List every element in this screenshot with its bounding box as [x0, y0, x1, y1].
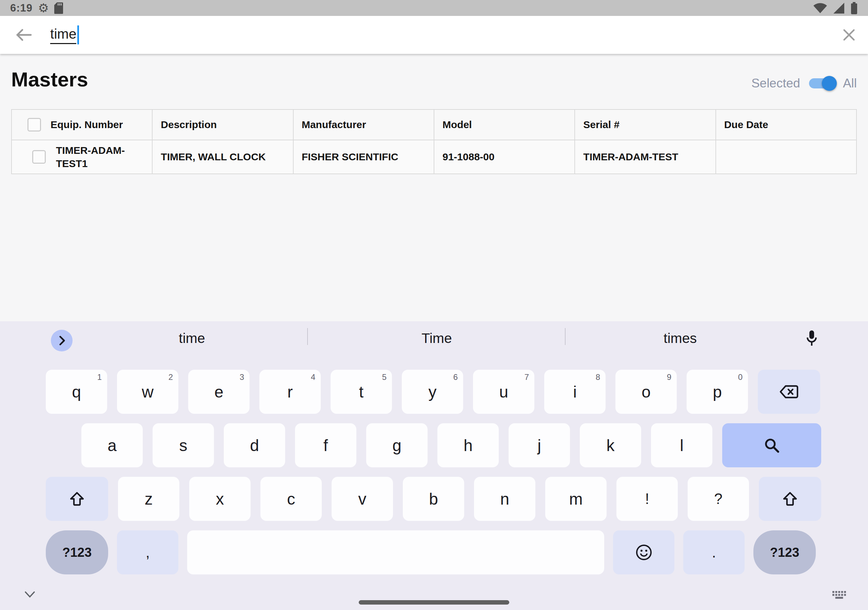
key-h[interactable]: h [437, 423, 499, 468]
key-hint: 6 [453, 372, 458, 382]
search-query-text: time [50, 26, 76, 44]
key-w[interactable]: 2w [117, 370, 178, 414]
key-r[interactable]: 4r [259, 370, 321, 414]
key-label: j [538, 436, 541, 455]
cell-text: TIMER, WALL CLOCK [161, 151, 265, 163]
row-checkbox[interactable] [32, 150, 46, 164]
key-k[interactable]: k [580, 423, 641, 468]
key-label: w [142, 382, 153, 401]
key-label: n [500, 490, 509, 508]
key-hint: 9 [667, 372, 671, 382]
cell-text: 91-1088-00 [442, 151, 494, 163]
key-l[interactable]: l [651, 423, 712, 468]
key-hint: 8 [596, 372, 600, 382]
key-z[interactable]: z [118, 477, 179, 521]
key-label: g [392, 436, 401, 455]
key-y[interactable]: 6y [402, 370, 463, 414]
suggestion-expand-button[interactable] [51, 330, 73, 351]
key-s[interactable]: s [153, 423, 214, 468]
key-label: k [607, 436, 615, 455]
key-c[interactable]: c [260, 477, 322, 521]
key-hint: 3 [240, 372, 244, 382]
key-label: r [288, 382, 293, 401]
key-v[interactable]: v [332, 477, 393, 521]
header-label: Equip. Number [51, 119, 123, 130]
key-b[interactable]: b [403, 477, 464, 521]
row-description-cell[interactable]: TIMER, WALL CLOCK [153, 140, 293, 174]
key-hint: 4 [311, 372, 315, 382]
backspace-key[interactable] [758, 370, 820, 414]
key-m[interactable]: m [545, 477, 607, 521]
key-a[interactable]: a [81, 423, 143, 468]
shift-key-right[interactable] [759, 477, 821, 521]
emoji-key[interactable] [613, 530, 674, 574]
selected-all-switch[interactable] [809, 78, 834, 88]
period-key[interactable]: . [683, 530, 745, 574]
suggestion-divider [307, 328, 308, 345]
key-exclamation[interactable]: ! [617, 477, 678, 521]
symbols-key-left[interactable]: ?123 [46, 530, 108, 574]
search-icon [763, 437, 781, 454]
toggle-label-selected: Selected [751, 76, 800, 90]
row-equip-number-cell[interactable]: TIMER-ADAM-TEST1 [12, 140, 153, 174]
chevron-right-icon [57, 335, 66, 346]
row-manufacturer-cell[interactable]: FISHER SCIENTIFIC [294, 140, 434, 174]
selected-all-toggle-group: Selected All [751, 75, 857, 91]
row-model-cell[interactable]: 91-1088-00 [434, 140, 575, 174]
status-bar: 6:19 ⚙ [0, 0, 868, 16]
key-hint: 0 [738, 372, 742, 382]
key-label: l [680, 436, 684, 455]
header-label: Due Date [724, 119, 768, 130]
comma-key[interactable]: , [117, 530, 178, 574]
key-g[interactable]: g [366, 423, 428, 468]
key-u[interactable]: 7u [473, 370, 534, 414]
key-label: c [287, 490, 295, 508]
key-x[interactable]: x [189, 477, 251, 521]
key-t[interactable]: 5t [330, 370, 392, 414]
key-hint: 1 [97, 372, 102, 382]
space-key[interactable] [187, 530, 604, 574]
key-p[interactable]: 0p [687, 370, 748, 414]
suggestion-1[interactable]: time [78, 325, 306, 351]
suggestion-divider [565, 328, 566, 345]
key-row-3: z x c v b n m ! ? [46, 477, 821, 521]
key-i[interactable]: 8i [544, 370, 606, 414]
select-all-checkbox[interactable] [28, 118, 41, 132]
header-manufacturer: Manufacturer [294, 110, 434, 140]
key-n[interactable]: n [474, 477, 535, 521]
suggestion-2[interactable]: Time [308, 325, 565, 351]
key-label: ! [645, 490, 649, 507]
key-label: x [216, 490, 224, 508]
symbols-key-right[interactable]: ?123 [753, 530, 816, 574]
shift-icon [69, 491, 85, 506]
voice-input-button[interactable] [802, 327, 821, 349]
key-o[interactable]: 9o [615, 370, 677, 414]
battery-icon [850, 2, 858, 14]
sd-card-icon [54, 2, 63, 14]
key-label: m [569, 490, 583, 508]
keyboard-collapse-button[interactable] [22, 589, 37, 601]
home-indicator[interactable] [359, 600, 509, 605]
key-d[interactable]: d [224, 423, 285, 468]
row-serial-cell[interactable]: TIMER-ADAM-TEST [575, 140, 716, 174]
back-button[interactable] [14, 25, 33, 44]
key-question[interactable]: ? [688, 477, 749, 521]
search-input[interactable]: time [50, 25, 79, 44]
key-e[interactable]: 3e [188, 370, 250, 414]
row-due-date-cell[interactable] [716, 140, 857, 174]
key-q[interactable]: 1q [46, 370, 107, 414]
wifi-icon [813, 3, 827, 14]
keyboard-switcher-button[interactable] [830, 588, 849, 604]
key-hint: 2 [169, 372, 173, 382]
shift-key-left[interactable] [46, 477, 108, 521]
key-label: z [145, 490, 153, 508]
key-label: b [429, 490, 438, 508]
key-j[interactable]: j [508, 423, 570, 468]
key-f[interactable]: f [295, 423, 356, 468]
clear-search-button[interactable] [840, 25, 859, 44]
toggle-label-all: All [843, 76, 857, 90]
status-time: 6:19 [10, 2, 33, 14]
suggestion-3[interactable]: times [566, 325, 794, 351]
search-key[interactable] [722, 423, 821, 468]
chevron-down-icon [24, 591, 36, 599]
